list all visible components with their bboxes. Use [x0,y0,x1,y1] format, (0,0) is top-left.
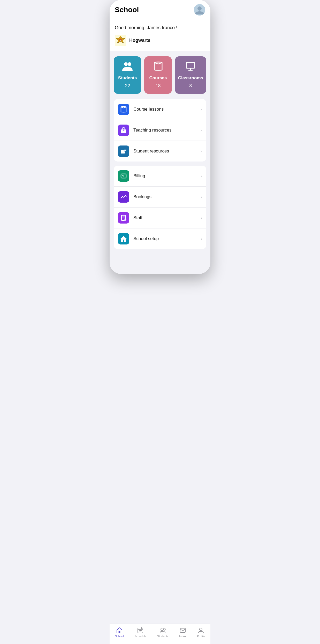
school-setup-label: School setup [133,236,201,241]
svg-text:H: H [120,39,121,42]
app-header: School [110,0,210,20]
menu-item-school-setup[interactable]: School setup › [114,228,206,249]
stat-card-courses[interactable]: Courses 18 [144,56,172,94]
svg-point-7 [128,62,131,66]
school-setup-chevron: › [201,236,202,242]
courses-count: 18 [156,83,161,89]
staff-label: Staff [133,215,201,220]
menu-item-staff[interactable]: Staff › [114,208,206,228]
hogwarts-logo-svg: H [115,35,126,46]
school-setup-icon [120,235,127,242]
avatar-image [194,4,205,16]
courses-icon [153,62,163,73]
bookings-label: Bookings [133,194,201,200]
classrooms-svg [185,62,196,71]
course-lessons-icon-wrapper [118,104,129,115]
school-setup-icon-wrapper [118,233,129,244]
menu-item-teaching-resources[interactable]: Teaching resources › [114,120,206,141]
student-resources-chevron: › [201,149,202,154]
svg-point-16 [124,149,125,150]
courses-label: Courses [149,75,167,81]
staff-chevron: › [201,215,202,221]
svg-point-21 [126,196,127,197]
menu-group-2: $ Billing › Bookings › [114,166,206,249]
students-svg [122,62,133,71]
main-content: Good morning, James franco ! H Hogwarts [110,20,210,274]
course-lessons-chevron: › [201,107,202,112]
bookings-icon-wrapper [118,191,129,203]
billing-chevron: › [201,173,202,179]
bookings-chevron: › [201,194,202,200]
svg-rect-8 [186,63,195,68]
students-icon [122,62,133,73]
user-avatar[interactable] [194,4,205,16]
billing-label: Billing [133,173,201,179]
svg-point-6 [124,62,128,66]
greeting-text: Good morning, James franco ! [115,25,205,30]
teaching-resources-icon-wrapper [118,125,129,136]
billing-icon-wrapper: $ [118,170,129,182]
staff-icon-wrapper [118,212,129,224]
stat-card-students[interactable]: Students 22 [114,56,141,94]
avatar-svg [194,4,205,16]
menu-item-student-resources[interactable]: Student resources › [114,141,206,162]
student-resources-icon-wrapper [118,145,129,157]
courses-svg [153,62,163,71]
svg-marker-28 [120,236,127,239]
bookings-icon [120,194,127,200]
svg-rect-20 [122,175,123,176]
students-count: 22 [125,83,130,89]
student-resources-label: Student resources [133,149,201,154]
course-lessons-label: Course lessons [133,107,201,112]
teaching-resources-chevron: › [201,128,202,133]
app-container: School Good morning, James franco ! [110,0,210,274]
menu-group-1: Course lessons › Teaching resources › [114,99,206,162]
teaching-resources-icon [120,127,127,134]
classrooms-label: Classrooms [178,75,203,81]
classrooms-icon [185,62,196,73]
stat-card-classrooms[interactable]: Classrooms 8 [175,56,206,94]
billing-icon: $ [120,173,127,179]
student-resources-icon [120,148,127,155]
app-title: School [115,6,139,14]
svg-rect-29 [123,240,124,242]
school-name-text: Hogwarts [129,38,150,43]
school-badge: H Hogwarts [115,35,205,46]
svg-point-17 [125,149,126,150]
menu-item-billing[interactable]: $ Billing › [114,166,206,187]
school-logo-icon: H [115,35,126,46]
menu-item-course-lessons[interactable]: Course lessons › [114,99,206,120]
teaching-resources-label: Teaching resources [133,128,201,133]
students-label: Students [118,75,137,81]
svg-point-1 [197,6,202,11]
menu-item-bookings[interactable]: Bookings › [114,187,206,208]
classrooms-count: 8 [189,83,192,89]
course-lessons-icon [120,106,127,113]
staff-icon [120,214,127,221]
stats-section: Students 22 Courses 18 [110,51,210,99]
greeting-section: Good morning, James franco ! H Hogwarts [110,20,210,51]
